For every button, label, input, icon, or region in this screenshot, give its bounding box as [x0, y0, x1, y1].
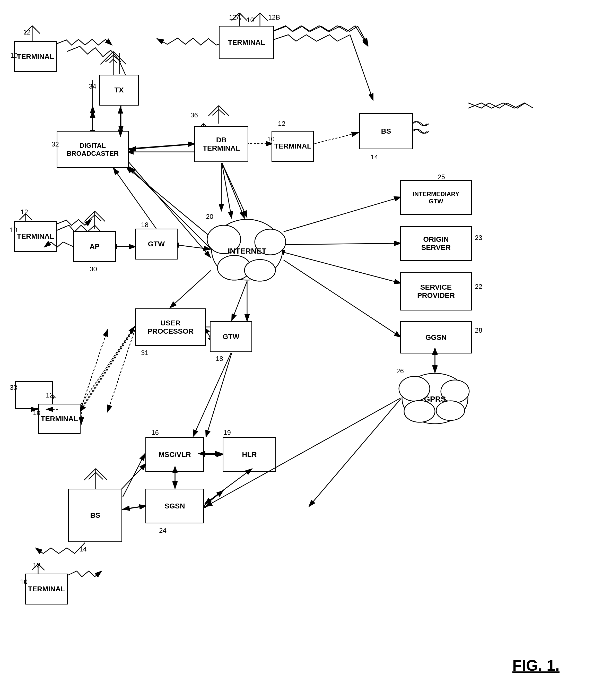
terminal1-ref10: 10	[10, 52, 18, 59]
terminal1-ref12: 12	[23, 28, 31, 36]
svg-text:GPRS: GPRS	[424, 395, 446, 403]
terminal5-ref10: 10	[33, 409, 41, 417]
user-processor-label: USERPROCESSOR	[148, 319, 194, 335]
svg-line-47	[260, 13, 268, 20]
terminal2-box: TERMINAL	[219, 26, 274, 59]
svg-line-16	[284, 252, 401, 283]
device33-ref: 33	[10, 383, 17, 392]
terminal6-ref12: 12	[33, 561, 41, 569]
svg-line-12	[178, 245, 210, 249]
hlr-label: HLR	[242, 451, 257, 459]
terminal6-box: TERMINAL	[25, 573, 68, 604]
db-terminal-box: DBTERMINAL	[194, 126, 248, 162]
svg-line-51	[100, 52, 113, 64]
svg-line-31	[121, 506, 146, 510]
gtw2-box: GTW	[210, 321, 252, 352]
svg-line-20	[206, 353, 232, 437]
svg-line-127	[123, 506, 145, 509]
svg-line-126	[205, 472, 247, 504]
terminal4-ref10: 10	[10, 226, 17, 234]
svg-line-56	[113, 59, 117, 63]
terminal3-box: TERMINAL	[271, 131, 314, 162]
svg-line-49	[260, 13, 264, 17]
svg-line-121	[81, 326, 135, 404]
svg-line-15	[284, 243, 401, 245]
msc-vlr-box: MSC/VLR	[145, 437, 204, 472]
tx-label: TX	[115, 86, 124, 94]
gtw2-label: GTW	[223, 333, 239, 341]
bs1-box: BS	[359, 113, 413, 149]
svg-point-92	[211, 219, 283, 280]
db-terminal-ref: 36	[191, 111, 198, 119]
svg-line-122	[193, 353, 231, 437]
origin-server-label: ORIGINSERVER	[421, 235, 451, 252]
service-provider-box: SERVICEPROVIDER	[400, 272, 472, 310]
svg-line-110	[80, 330, 108, 412]
connection-lines	[0, 0, 611, 700]
svg-line-114	[113, 168, 156, 229]
svg-line-135	[129, 144, 194, 149]
ggsn-box: GGSN	[400, 321, 472, 353]
ggsn-ref: 28	[475, 326, 482, 334]
terminal4-box: TERMINAL	[14, 221, 57, 252]
terminal2-label: TERMINAL	[228, 38, 265, 47]
service-provider-ref: 22	[475, 283, 482, 291]
msc-vlr-label: MSC/VLR	[159, 451, 191, 459]
ap-box: AP	[73, 231, 116, 262]
bs2-box: BS	[68, 488, 122, 542]
terminal2-refprime: 10'	[247, 16, 255, 24]
gtw2-ref: 18	[216, 355, 223, 363]
svg-line-48	[256, 13, 260, 17]
svg-text:20: 20	[206, 213, 213, 220]
user-processor-ref: 31	[141, 349, 149, 357]
svg-line-123	[232, 281, 247, 321]
svg-line-22	[80, 326, 136, 412]
svg-line-34	[126, 167, 210, 237]
svg-line-7	[126, 144, 195, 149]
svg-point-95	[218, 256, 251, 280]
diagram: INTERNET 20 GPRS 26 TERMIN	[0, 0, 611, 700]
terminal1-label: TERMINAL	[17, 53, 54, 61]
svg-text:26: 26	[396, 367, 404, 375]
svg-line-17	[284, 260, 401, 337]
svg-line-75	[88, 215, 95, 221]
intermediary-gtw-label: INTERMEDIARYGTW	[413, 190, 459, 205]
digital-broadcaster-box: DIGITALBROADCASTER	[57, 131, 129, 168]
db-terminal-label: DBTERMINAL	[203, 136, 240, 152]
digital-broadcaster-ref: 32	[51, 140, 59, 148]
svg-line-116	[170, 270, 211, 308]
sgsn-label: SGSN	[164, 502, 185, 510]
svg-line-5	[350, 35, 373, 100]
svg-point-94	[255, 229, 286, 255]
svg-line-128	[123, 454, 145, 497]
terminal6-label: TERMINAL	[28, 585, 65, 593]
svg-line-117	[81, 327, 135, 408]
terminal4-ref12: 12	[20, 208, 28, 216]
svg-line-29	[204, 491, 223, 506]
bs2-label: BS	[90, 511, 100, 520]
svg-line-61	[219, 110, 225, 115]
terminal5-label: TERMINAL	[41, 415, 78, 423]
svg-line-84	[96, 469, 107, 480]
svg-line-30	[121, 463, 146, 489]
hlr-ref: 19	[223, 429, 231, 437]
ggsn-label: GGSN	[426, 333, 447, 341]
svg-point-101	[441, 380, 469, 403]
svg-point-100	[399, 376, 430, 401]
svg-line-86	[96, 472, 103, 479]
antennas-svg: INTERNET 20 GPRS 26	[0, 0, 611, 700]
terminal5-ref12: 12	[46, 391, 53, 399]
msc-vlr-ref: 16	[151, 429, 159, 437]
gtw1-ref: 18	[141, 221, 149, 229]
svg-line-32	[309, 398, 401, 507]
svg-line-55	[109, 59, 113, 63]
svg-line-134	[222, 163, 232, 218]
fig-label: FIG. 1.	[512, 656, 560, 674]
origin-server-box: ORIGINSERVER	[400, 226, 472, 261]
terminal4-label: TERMINAL	[17, 232, 54, 240]
sgsn-box: SGSN	[145, 488, 204, 523]
bs1-ref14: 14	[371, 153, 378, 161]
origin-server-ref: 23	[475, 234, 482, 242]
svg-line-109	[108, 326, 136, 412]
svg-line-115	[314, 133, 358, 144]
